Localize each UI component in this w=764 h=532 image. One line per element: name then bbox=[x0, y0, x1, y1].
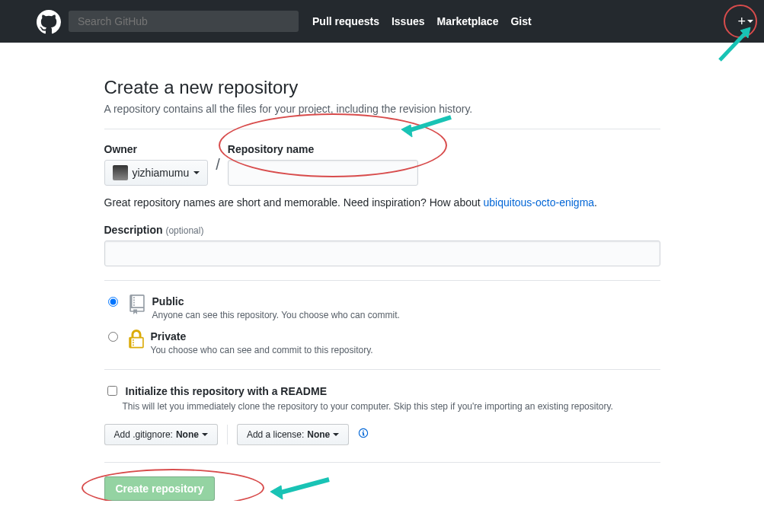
options-row: Add .gitignore: None Add a license: None bbox=[104, 424, 660, 445]
separator bbox=[104, 369, 660, 370]
owner-name: yizhiamumu bbox=[133, 167, 190, 179]
caret-down-icon bbox=[333, 433, 339, 436]
main-content: Create a new repository A repository con… bbox=[104, 43, 660, 501]
plus-icon: + bbox=[737, 14, 746, 30]
page-title: Create a new repository bbox=[104, 77, 660, 98]
lock-icon bbox=[128, 330, 145, 352]
owner-field: Owner yizhiamumu bbox=[104, 143, 209, 186]
owner-dropdown[interactable]: yizhiamumu bbox=[104, 160, 209, 186]
nav-links: Pull requests Issues Marketplace Gist bbox=[312, 15, 532, 27]
owner-repo-row: Owner yizhiamumu / Repository name bbox=[104, 143, 660, 186]
gitignore-dropdown[interactable]: Add .gitignore: None bbox=[104, 424, 218, 445]
description-field: Description (optional) bbox=[104, 224, 660, 266]
readme-row: Initialize this repository with a README bbox=[104, 384, 660, 398]
search-input[interactable] bbox=[76, 14, 291, 28]
visibility-public-title: Public bbox=[152, 295, 184, 307]
readme-desc: This will let you immediately clone the … bbox=[123, 401, 660, 412]
repo-icon bbox=[128, 295, 146, 317]
description-input[interactable] bbox=[104, 241, 660, 266]
repo-name-label: Repository name bbox=[228, 143, 418, 155]
caret-down-icon bbox=[193, 171, 200, 174]
annotation-arrow-reponame bbox=[394, 114, 455, 140]
license-info-icon[interactable] bbox=[358, 428, 369, 441]
header: Pull requests Issues Marketplace Gist + bbox=[0, 0, 764, 43]
caret-down-icon bbox=[747, 20, 753, 23]
description-label: Description (optional) bbox=[104, 224, 660, 236]
create-new-dropdown[interactable]: + bbox=[737, 14, 753, 30]
visibility-public-radio[interactable] bbox=[108, 297, 118, 307]
license-dropdown[interactable]: Add a license: None bbox=[237, 424, 349, 445]
readme-checkbox[interactable] bbox=[107, 386, 117, 396]
repo-name-field: Repository name bbox=[228, 143, 418, 186]
divider bbox=[227, 425, 228, 444]
svg-line-4 bbox=[278, 479, 329, 493]
svg-marker-5 bbox=[270, 486, 283, 499]
nav-issues[interactable]: Issues bbox=[392, 15, 425, 27]
visibility-public-option[interactable]: Public Anyone can see this repository. Y… bbox=[104, 295, 660, 320]
owner-label: Owner bbox=[104, 143, 209, 155]
slash-separator: / bbox=[216, 156, 220, 174]
visibility-private-radio[interactable] bbox=[108, 332, 118, 342]
visibility-public-desc: Anyone can see this repository. You choo… bbox=[152, 310, 400, 320]
name-suggestion-link[interactable]: ubiquitous-octo-enigma bbox=[484, 196, 595, 209]
caret-down-icon bbox=[202, 433, 208, 436]
owner-avatar bbox=[113, 165, 128, 180]
repo-name-hint: Great repository names are short and mem… bbox=[104, 196, 660, 209]
nav-gist[interactable]: Gist bbox=[510, 15, 531, 27]
create-repository-button[interactable]: Create repository bbox=[104, 476, 216, 501]
separator bbox=[104, 280, 660, 281]
separator bbox=[104, 462, 660, 463]
header-right: + bbox=[737, 14, 753, 30]
visibility-private-desc: You choose who can see and commit to thi… bbox=[151, 345, 373, 355]
separator bbox=[104, 129, 660, 129]
annotation-arrow-submit bbox=[264, 475, 333, 501]
page-subtitle: A repository contains all the files for … bbox=[104, 103, 660, 115]
nav-marketplace[interactable]: Marketplace bbox=[437, 15, 499, 27]
readme-label: Initialize this repository with a README bbox=[126, 385, 327, 397]
svg-marker-3 bbox=[401, 125, 412, 137]
nav-pull-requests[interactable]: Pull requests bbox=[312, 15, 379, 27]
search-box[interactable] bbox=[69, 11, 299, 32]
visibility-private-title: Private bbox=[151, 330, 187, 342]
visibility-private-option[interactable]: Private You choose who can see and commi… bbox=[104, 330, 660, 355]
repo-name-input[interactable] bbox=[228, 160, 418, 186]
